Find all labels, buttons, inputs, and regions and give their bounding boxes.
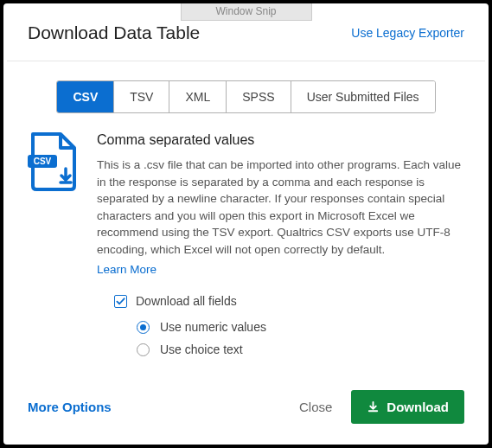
download-icon [367,400,380,413]
modal-footer: More Options Close Download [3,374,489,445]
format-detail-row: CSV Comma separated values This is a .cs… [28,132,464,365]
more-options-link[interactable]: More Options [28,400,112,414]
format-text-col: Comma separated values This is a .csv fi… [97,132,464,365]
use-numeric-values-row: Use numeric values [137,320,464,334]
format-title: Comma separated values [97,132,464,148]
csv-badge-text: CSV [34,157,52,166]
csv-file-icon: CSV [28,132,78,191]
window-snip-badge: Window Snip [180,3,311,21]
download-all-fields-checkbox[interactable] [114,295,127,308]
use-legacy-exporter-link[interactable]: Use Legacy Exporter [351,26,464,40]
format-description: This is a .csv file that can be imported… [97,157,464,258]
value-format-radio-group: Use numeric values Use choice text [114,320,464,356]
check-icon [116,297,125,306]
use-numeric-values-label[interactable]: Use numeric values [160,320,266,334]
modal-content: CSV TSV XML SPSS User Submitted Files CS… [3,61,489,374]
use-numeric-values-radio[interactable] [137,321,150,334]
download-button[interactable]: Download [351,390,464,424]
tab-csv[interactable]: CSV [57,81,114,112]
download-all-fields-row: Download all fields [114,294,464,308]
use-choice-text-radio[interactable] [137,343,150,356]
tab-spss[interactable]: SPSS [227,81,291,112]
tab-user-submitted-files[interactable]: User Submitted Files [291,81,435,112]
tabs-inner: CSV TSV XML SPSS User Submitted Files [56,80,435,113]
download-button-label: Download [387,400,449,414]
export-options: Download all fields Use numeric values U… [97,294,464,356]
download-modal: Window Snip Download Data Table Use Lega… [3,3,489,445]
radio-dot-icon [140,324,146,330]
learn-more-link[interactable]: Learn More [97,263,157,276]
tab-tsv[interactable]: TSV [114,81,169,112]
tab-xml[interactable]: XML [169,81,227,112]
format-tabs: CSV TSV XML SPSS User Submitted Files [28,80,464,113]
download-all-fields-label[interactable]: Download all fields [136,294,237,308]
close-button[interactable]: Close [299,400,332,414]
format-icon-col: CSV [28,132,78,365]
footer-right: Close Download [299,390,464,424]
use-choice-text-label[interactable]: Use choice text [160,342,243,356]
modal-title: Download Data Table [28,22,200,43]
use-choice-text-row: Use choice text [137,342,464,356]
